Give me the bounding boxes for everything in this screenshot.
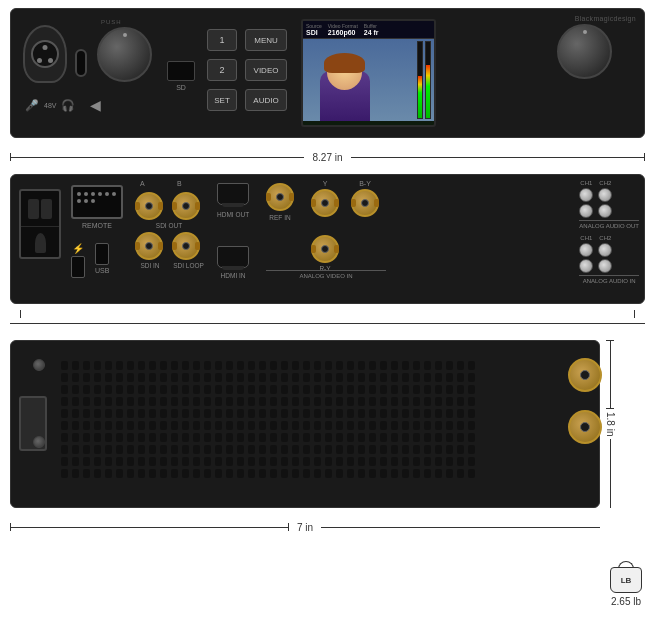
bnc-sdi-b-bot[interactable] [172,232,200,260]
vent-hole [215,433,222,442]
vent-hole [204,469,211,478]
usb-port-1[interactable] [71,256,85,278]
vent-hole [325,421,332,430]
vent-hole [160,421,167,430]
vent-hole [259,373,266,382]
rca-ch1-in-1[interactable] [579,243,593,257]
rca-ch2-in-1[interactable] [598,243,612,257]
ch2-in-group: CH2 [598,235,612,273]
vent-hole [61,433,68,442]
button-1[interactable]: 1 [207,29,237,51]
vent-hole [237,433,244,442]
vent-hole [380,457,387,466]
bnc-r-y[interactable] [311,235,339,263]
vent-hole [171,457,178,466]
vent-hole [149,373,156,382]
rca-ch2-in-2[interactable] [598,259,612,273]
button-menu[interactable]: MENU [245,29,287,51]
vent-hole [435,469,442,478]
vent-hole [369,469,376,478]
vent-hole [380,385,387,394]
vent-hole [292,397,299,406]
vent-hole [402,421,409,430]
button-video[interactable]: VIDEO [245,59,287,81]
vent-hole [83,373,90,382]
lcd-video-area [303,39,434,121]
bnc-sdi-b-top[interactable] [172,192,200,220]
bnc-ref-in[interactable] [266,183,294,211]
dim-bot-line-r [321,527,600,528]
vent-hole [468,469,475,478]
vent-hole [215,397,222,406]
rca-ch2-out-2[interactable] [598,204,612,218]
rca-ch1-out-1[interactable] [579,188,593,202]
ref-in-label: REF IN [266,214,294,221]
vent-hole [105,445,112,454]
vent-hole [149,469,156,478]
vent-hole [61,373,68,382]
vent-hole [358,361,365,370]
side-bnc-top[interactable] [568,358,602,392]
vent-hole [204,385,211,394]
rca-ch1-out-2[interactable] [579,204,593,218]
screw-bl [33,436,45,448]
bnc-sdi-a-bot[interactable] [135,232,163,260]
side-bnc-bottom[interactable] [568,410,602,444]
vent-hole [468,373,475,382]
vent-hole [391,385,398,394]
meter-right-fill [426,65,430,118]
meter-left-fill [418,76,422,118]
rca-ch2-out-1[interactable] [598,188,612,202]
vent-hole [457,457,464,466]
lcd-person [315,45,375,121]
hdmi-in-port[interactable] [217,246,249,268]
vent-hole [303,397,310,406]
vent-hole [369,421,376,430]
vent-hole [281,433,288,442]
vent-hole [402,445,409,454]
vent-hole [270,469,277,478]
button-set[interactable]: SET [207,89,237,111]
vent-hole [336,409,343,418]
dim-tick-r [644,153,645,161]
vent-hole [83,457,90,466]
vent-hole [413,421,420,430]
right-knob[interactable] [557,24,612,79]
bnc-a-bot-body [135,232,163,260]
vent-hole [72,457,79,466]
side-panel [10,340,600,508]
remote-port[interactable] [71,185,123,219]
vent-hole [182,421,189,430]
vent-hole [138,373,145,382]
vent-hole [72,409,79,418]
headphone-jack[interactable] [75,49,87,77]
sd-slot[interactable] [167,61,195,81]
button-2[interactable]: 2 [207,59,237,81]
vent-hole [127,397,134,406]
bnc-sdi-a-top[interactable] [135,192,163,220]
dim-bot-tick-l [10,523,11,531]
bnc-b-y[interactable] [351,189,379,217]
vent-hole [457,373,464,382]
vent-hole [468,421,475,430]
vent-hole [325,445,332,454]
vent-hole [259,445,266,454]
vent-hole [325,397,332,406]
vent-hole [215,409,222,418]
vent-hole [116,385,123,394]
usb-port-2[interactable] [95,243,109,265]
vent-hole [391,397,398,406]
ref-in-area: REF IN [266,183,294,221]
vent-hole [171,445,178,454]
rear-panel: REMOTE ⚡ USB A B [10,174,645,304]
rca-ch1-in-2[interactable] [579,259,593,273]
bnc-y[interactable] [311,189,339,217]
button-audio[interactable]: AUDIO [245,89,287,111]
main-knob[interactable] [97,27,152,82]
vent-hole [127,421,134,430]
vent-hole [127,445,134,454]
vent-hole [127,469,134,478]
vent-hole [72,385,79,394]
vent-hole [149,397,156,406]
hdmi-out-port[interactable] [217,183,249,205]
